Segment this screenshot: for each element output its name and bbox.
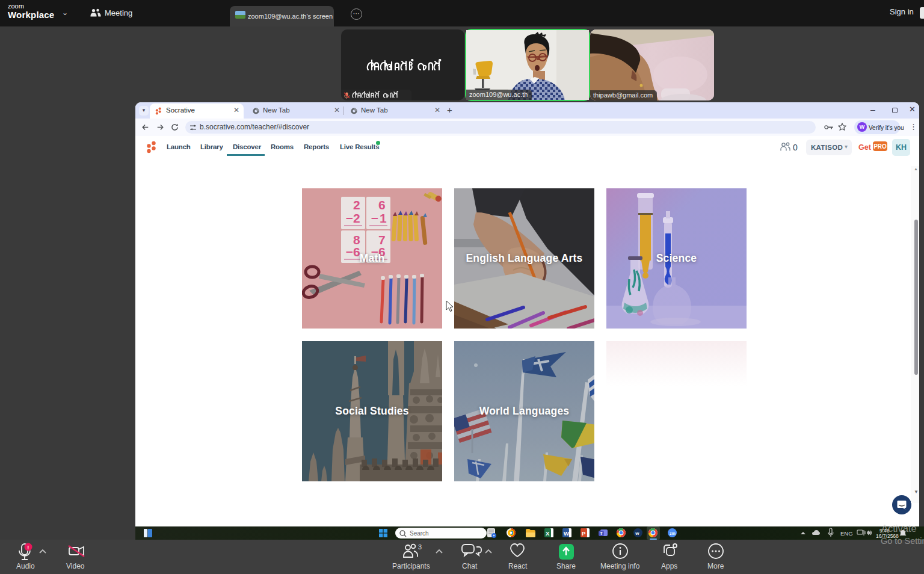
svg-text:Audio: Audio — [16, 562, 35, 570]
svg-text:w: w — [635, 531, 639, 536]
svg-text:More: More — [707, 562, 724, 570]
svg-text:React: React — [508, 562, 528, 570]
svg-text:3: 3 — [418, 543, 422, 551]
svg-text:!: ! — [27, 545, 29, 551]
svg-text:Video: Video — [66, 562, 85, 570]
svg-text:Share: Share — [556, 562, 576, 570]
svg-text:zm: zm — [670, 531, 676, 535]
svg-text:Search: Search — [410, 530, 429, 537]
svg-text:W: W — [564, 530, 569, 537]
svg-text:Participants: Participants — [392, 562, 430, 570]
svg-text:X: X — [546, 530, 550, 537]
svg-text:ENG: ENG — [840, 530, 853, 537]
svg-text:T: T — [600, 531, 603, 536]
svg-text:Apps: Apps — [661, 562, 677, 570]
svg-text:Chat: Chat — [462, 562, 478, 570]
svg-text:Meeting info: Meeting info — [600, 562, 640, 570]
svg-text:P: P — [582, 530, 586, 537]
